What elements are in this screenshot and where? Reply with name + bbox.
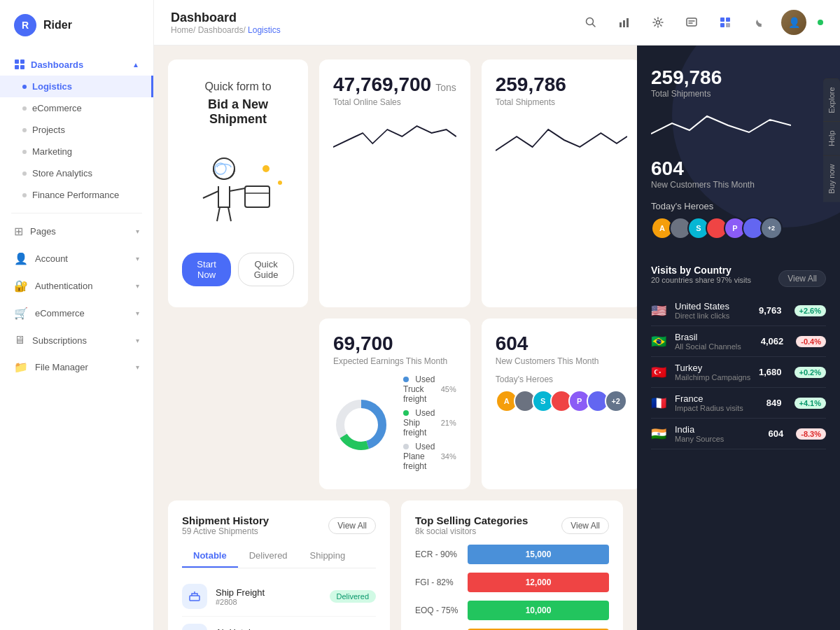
- in-visits: 604: [769, 428, 784, 439]
- tab-notable[interactable]: Notable: [182, 545, 238, 568]
- chevron-down-icon: ▾: [136, 363, 139, 371]
- sidebar-item-file-manager[interactable]: 📁 File Manager ▾: [0, 354, 153, 381]
- fr-name: France: [675, 393, 760, 404]
- stats-cards-grid: Quick form to Bid a New Shipment: [168, 59, 623, 489]
- sidebar-item-account[interactable]: 👤 Account ▾: [0, 245, 153, 272]
- grid-view-button[interactable]: [714, 11, 736, 34]
- fr-visits: 849: [766, 398, 782, 408]
- sidebar-item-authentication[interactable]: 🔐 Authentication ▾: [0, 272, 153, 300]
- sidebar-item-label: Authentication: [35, 281, 92, 291]
- sidebar-item-finance[interactable]: Finance Performance: [0, 184, 153, 206]
- earnings-label: Expected Earnings This Month: [333, 356, 456, 366]
- rp-shipments-label: Total Shipments: [651, 89, 826, 99]
- svg-rect-6: [620, 22, 622, 27]
- country-row-tr: 🇹🇷 Turkey Mailchimp Campaigns 1,680 +0.2…: [651, 357, 826, 388]
- tab-shipping[interactable]: Shipping: [299, 545, 357, 568]
- start-now-button[interactable]: Start Now: [182, 253, 231, 286]
- bar-label: FGI - 82%: [415, 578, 461, 587]
- sidebar-item-label: Account: [35, 253, 68, 264]
- sidebar-item-marketing[interactable]: Marketing: [0, 141, 153, 162]
- rp-chart-svg: [651, 106, 791, 141]
- rp-hero-extra: +2: [760, 217, 783, 239]
- bar-row-eoq: EOQ - 75% 10,000: [415, 601, 609, 620]
- dot-icon: [22, 128, 27, 132]
- search-button[interactable]: [580, 11, 602, 34]
- categories-view-all-button[interactable]: View All: [561, 517, 609, 534]
- svg-point-19: [278, 181, 282, 185]
- moon-icon: [753, 17, 764, 28]
- bar-row-fgi: FGI - 82% 12,000: [415, 573, 609, 592]
- total-sales-label: Total Online Sales: [333, 97, 456, 107]
- sales-chart-svg: [333, 115, 456, 158]
- shipment-view-all-button[interactable]: View All: [328, 517, 376, 534]
- sidebar-item-ecommerce2[interactable]: 🛒 eCommerce ▾: [0, 300, 153, 327]
- sidebar-item-projects[interactable]: Projects: [0, 119, 153, 141]
- buy-now-tab[interactable]: Buy now: [823, 155, 840, 202]
- settings-button[interactable]: [647, 11, 669, 34]
- fr-change: +4.1%: [794, 398, 827, 409]
- shipment-history-title: Shipment History: [182, 514, 269, 526]
- truck-legend-item: Used Truck freight 45%: [403, 374, 456, 404]
- sidebar-item-ecommerce[interactable]: eCommerce: [0, 97, 153, 119]
- shipment-id: #2808: [216, 598, 321, 606]
- svg-rect-13: [720, 23, 724, 27]
- analytics-button[interactable]: [613, 11, 636, 34]
- br-change: -0.4%: [796, 336, 826, 347]
- help-tab[interactable]: Help: [823, 122, 840, 155]
- rp-shipments-chart: [651, 106, 826, 144]
- breadcrumb-home: Home/: [171, 25, 198, 35]
- svg-rect-3: [20, 65, 24, 69]
- sidebar-item-subscriptions[interactable]: 🖥 Subscriptions ▾: [0, 327, 153, 354]
- chevron-up-icon: ▲: [132, 61, 139, 69]
- page-title: Dashboard: [171, 10, 281, 25]
- total-sales-card: 47,769,700 Tons Total Online Sales: [319, 59, 470, 307]
- content-main: Quick form to Bid a New Shipment: [154, 46, 637, 630]
- bottom-grid: Shipment History 59 Active Shipments Vie…: [168, 500, 623, 630]
- bar-track: 15,000: [468, 545, 609, 564]
- sales-mini-chart: [333, 115, 456, 160]
- header-left: Dashboard Home/ Dashboards/ Logistics: [171, 10, 281, 35]
- breadcrumb-active: Logistics: [248, 25, 281, 35]
- sidebar-item-logistics[interactable]: Logistics: [0, 76, 153, 97]
- promo-subtitle: Bid a New Shipment: [182, 97, 294, 127]
- avatar-image: 👤: [781, 10, 806, 35]
- sidebar-group-dashboards[interactable]: Dashboards ▲: [0, 53, 153, 76]
- ship-dot: [403, 410, 409, 416]
- shipments-mini-chart: [496, 115, 627, 160]
- quick-guide-button[interactable]: Quick Guide: [238, 253, 294, 286]
- bar-value: 12,000: [526, 578, 552, 587]
- br-name: Brasil: [675, 332, 754, 342]
- sidebar-item-store-analytics[interactable]: Store Analytics: [0, 162, 153, 184]
- fr-info: France Impact Radius visits: [675, 393, 760, 412]
- sidebar-group-label: Dashboards: [31, 59, 83, 70]
- sidebar-item-pages[interactable]: ⊞ Pages ▾: [0, 218, 153, 245]
- user-avatar[interactable]: 👤: [781, 10, 806, 35]
- svg-rect-7: [623, 20, 625, 27]
- shipment-history-subtitle: 59 Active Shipments: [182, 526, 269, 536]
- sidebar-item-label: File Manager: [35, 362, 88, 372]
- in-flag: 🇮🇳: [651, 426, 668, 442]
- rp-heroes-avatars: A S P +2: [651, 217, 826, 239]
- shipment-name: Air Hotel: [216, 627, 323, 631]
- promo-buttons: Start Now Quick Guide: [182, 253, 294, 286]
- svg-point-9: [657, 21, 660, 24]
- br-info: Brasil All Social Channels: [675, 332, 754, 351]
- heroes-avatars-row: A S P +2: [496, 390, 627, 412]
- donut-chart-svg: [333, 397, 389, 453]
- shipment-history-title-block: Shipment History 59 Active Shipments: [182, 514, 269, 536]
- svg-line-5: [593, 24, 596, 27]
- explore-tab[interactable]: Explore: [823, 78, 840, 121]
- promo-illustration: [182, 148, 294, 232]
- bar-value: 10,000: [526, 606, 552, 615]
- tab-delivered[interactable]: Delivered: [238, 545, 299, 568]
- theme-toggle-button[interactable]: [748, 11, 770, 34]
- svg-rect-1: [20, 59, 24, 64]
- visits-view-all-button[interactable]: View All: [778, 270, 826, 287]
- messages-button[interactable]: [680, 11, 703, 34]
- dot-icon: [22, 193, 27, 197]
- main-area: Dashboard Home/ Dashboards/ Logistics: [154, 0, 840, 630]
- svg-rect-11: [720, 18, 724, 22]
- bar-row-ecr: ECR - 90% 15,000: [415, 545, 609, 564]
- chevron-down-icon: ▾: [136, 282, 139, 290]
- visits-title-block: Visits by Country 20 countries share 97%…: [651, 265, 751, 293]
